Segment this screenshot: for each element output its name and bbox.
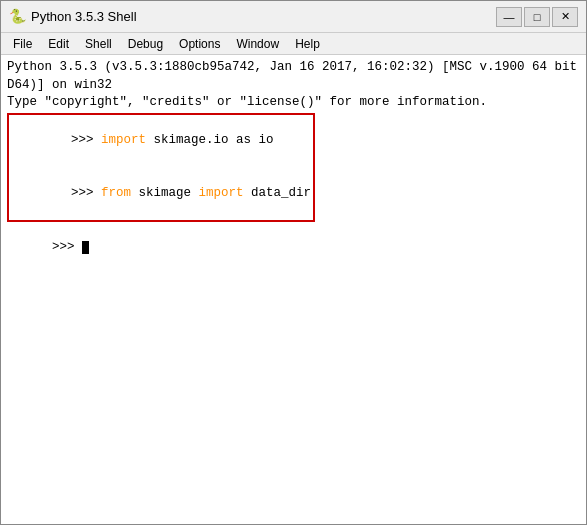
menu-window[interactable]: Window (228, 35, 287, 53)
cursor (82, 241, 89, 254)
window-title: Python 3.5.3 Shell (31, 9, 496, 24)
code-text-2: skimage (131, 186, 199, 200)
window-controls: — □ ✕ (496, 7, 578, 27)
info-line-1: Python 3.5.3 (v3.5.3:1880cb95a742, Jan 1… (7, 59, 580, 77)
prompt-2: >>> (71, 186, 101, 200)
code-line-2: >>> from skimage import data_dir (11, 167, 311, 220)
highlighted-code-block: >>> import skimage.io as io >>> from ski… (7, 113, 315, 222)
menu-options[interactable]: Options (171, 35, 228, 53)
minimize-button[interactable]: — (496, 7, 522, 27)
prompt-1: >>> (71, 133, 101, 147)
import-keyword-1: import (101, 133, 146, 147)
menu-debug[interactable]: Debug (120, 35, 171, 53)
menu-edit[interactable]: Edit (40, 35, 77, 53)
from-keyword: from (101, 186, 131, 200)
menu-file[interactable]: File (5, 35, 40, 53)
shell-output[interactable]: Python 3.5.3 (v3.5.3:1880cb95a742, Jan 1… (1, 55, 586, 524)
code-text-1: skimage.io as io (146, 133, 274, 147)
info-line-2: D64)] on win32 (7, 77, 580, 95)
menu-shell[interactable]: Shell (77, 35, 120, 53)
menu-bar: File Edit Shell Debug Options Window Hel… (1, 33, 586, 55)
current-prompt-line: >>> (7, 222, 580, 275)
maximize-button[interactable]: □ (524, 7, 550, 27)
code-line-1: >>> import skimage.io as io (11, 115, 311, 168)
current-prompt: >>> (52, 240, 82, 254)
title-bar: 🐍 Python 3.5.3 Shell — □ ✕ (1, 1, 586, 33)
code-text-3: data_dir (244, 186, 312, 200)
info-line-3: Type "copyright", "credits" or "license(… (7, 94, 580, 112)
app-icon: 🐍 (9, 9, 25, 25)
import-keyword-2: import (199, 186, 244, 200)
close-button[interactable]: ✕ (552, 7, 578, 27)
menu-help[interactable]: Help (287, 35, 328, 53)
main-window: 🐍 Python 3.5.3 Shell — □ ✕ File Edit She… (0, 0, 587, 525)
